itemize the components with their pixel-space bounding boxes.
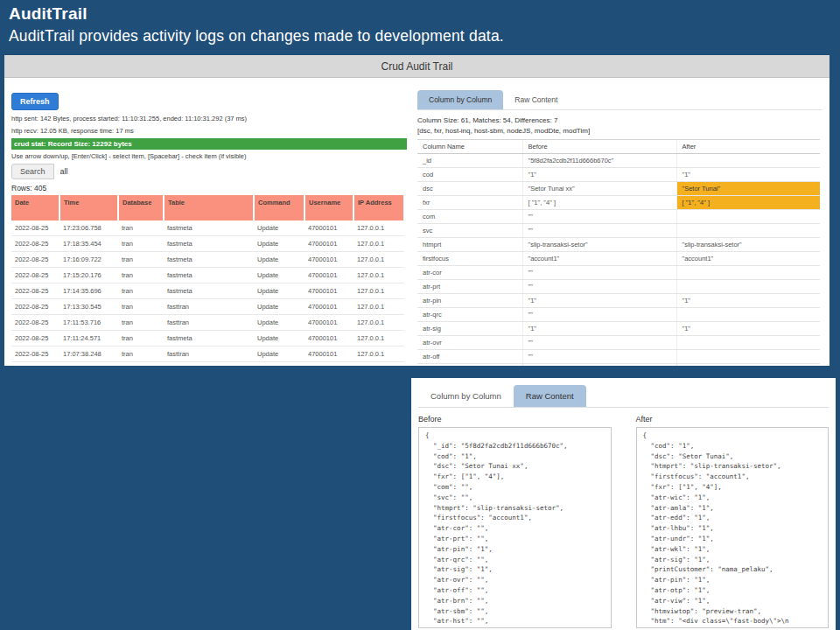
after-column: After { "cod": "1", "dsc": "Setor Tunai"… xyxy=(636,411,830,628)
compare-row: htmprt"slip-transaksi-setor""slip-transa… xyxy=(417,238,820,252)
raw-tabs: Column by Column Raw Content xyxy=(418,385,829,408)
column-header-username[interactable]: Username xyxy=(304,195,354,220)
slide-header: AuditTrail AuditTrail provides activity … xyxy=(9,4,504,46)
search-group: Search xyxy=(11,164,407,179)
window-body: Refresh http sent: 142 Bytes, process st… xyxy=(4,78,830,366)
before-label: Before xyxy=(418,415,612,424)
page-title: AuditTrail xyxy=(9,4,504,24)
rows-count: Rows: 405 xyxy=(11,184,407,192)
column-header-database[interactable]: Database xyxy=(118,195,164,220)
table-row[interactable]: 2022-08-2517:11:53.716tranfasttranUpdate… xyxy=(11,315,404,331)
compare-row: svc"" xyxy=(417,224,820,238)
refresh-button[interactable]: Refresh xyxy=(11,93,59,110)
compare-header-after: After xyxy=(676,140,820,154)
audit-table-body: 2022-08-2517:23:06.758tranfastmetaUpdate… xyxy=(11,220,404,366)
audit-table-header-row: Date Time Database Table Command Usernam… xyxy=(11,195,404,220)
tab-column-by-column-2[interactable]: Column by Column xyxy=(418,385,514,407)
column-header-ip[interactable]: IP Address xyxy=(354,195,404,220)
page-subtitle: AuditTrail provides activity logs on cha… xyxy=(9,27,504,46)
slide: AuditTrail AuditTrail provides activity … xyxy=(0,0,840,630)
before-code-box: { "_id": "5f8d2fa2cdb2f11d666b670c", "co… xyxy=(418,427,612,628)
table-row[interactable]: 2022-08-2517:14:35.696tranfastmetaUpdate… xyxy=(11,284,404,299)
search-input[interactable] xyxy=(54,164,168,179)
compare-row: atr-brn"" xyxy=(417,364,820,367)
compare-row: cod"1""1" xyxy=(417,168,820,182)
crud-audit-trail-window: Crud Audit Trail Refresh http sent: 142 … xyxy=(4,55,830,366)
before-column: Before { "_id": "5f8d2fa2cdb2f11d666b670… xyxy=(418,411,612,628)
compare-tabs: Column by Column Raw Content xyxy=(417,90,822,110)
table-row[interactable]: 2022-08-2517:11:24.571tranfastmetaUpdate… xyxy=(11,331,404,346)
compare-row: com"" xyxy=(417,210,820,224)
compare-row: atr-off"" xyxy=(417,350,820,364)
before-json: { "_id": "5f8d2fa2cdb2f11d666b670c", "co… xyxy=(425,430,605,628)
table-row[interactable]: 2022-08-2517:18:35.454tranfastmetaUpdate… xyxy=(11,236,404,252)
raw-columns: Before { "_id": "5f8d2fa2cdb2f11d666b670… xyxy=(418,411,829,628)
tab-raw-content[interactable]: Raw Content xyxy=(503,90,569,109)
compare-panel: Column by Column Raw Content Column Size… xyxy=(417,90,822,366)
column-header-command[interactable]: Command xyxy=(254,195,304,220)
search-button[interactable]: Search xyxy=(11,164,54,179)
table-row[interactable]: 2022-08-2413:29:09.884parauserbankUpdate… xyxy=(11,362,404,367)
compare-row: atr-pin"1""1" xyxy=(417,294,820,308)
audit-table: Date Time Database Table Command Usernam… xyxy=(11,195,405,366)
compare-row: fxr[ "1", "4" ][ "1", "4" ] xyxy=(417,196,820,210)
crud-stat-bar: crud stat: Record Size: 12292 bytes xyxy=(11,138,407,150)
table-row[interactable]: 2022-08-2517:23:06.758tranfastmetaUpdate… xyxy=(11,220,404,236)
compare-row: atr-ovr"" xyxy=(417,336,820,350)
raw-content-window: Column by Column Raw Content Before { "_… xyxy=(411,378,836,630)
column-header-date[interactable]: Date xyxy=(11,195,60,220)
after-label: After xyxy=(636,415,830,424)
compare-row: atr-prt"" xyxy=(417,280,820,294)
compare-row: dsc"Setor Tunai xx""Setor Tunai" xyxy=(417,182,820,196)
after-code-box: { "cod": "1", "dsc": "Setor Tunai", "htm… xyxy=(636,427,830,628)
compare-table-header-row: Column Name Before After xyxy=(417,140,820,154)
table-row[interactable]: 2022-08-2517:13:30.545tranfasttranUpdate… xyxy=(11,299,404,315)
table-row[interactable]: 2022-08-2517:16:09.722tranfastmetaUpdate… xyxy=(11,252,404,268)
window-title: Crud Audit Trail xyxy=(4,55,830,78)
http-sent-status: http sent: 142 Bytes, process started: 1… xyxy=(11,115,407,122)
table-row[interactable]: 2022-08-2517:15:20.176tranfastmetaUpdate… xyxy=(11,268,404,284)
diff-columns-list: [dsc, fxr, host-inq, host-sbm, nodeJS, m… xyxy=(417,127,822,135)
compare-row: atr-cor"" xyxy=(417,266,820,280)
compare-table: Column Name Before After _id"5f8d2fa2cdb… xyxy=(417,139,820,366)
compare-row: atr-qrc"" xyxy=(417,308,820,322)
compare-row: firstfocus"account1""account1" xyxy=(417,252,820,266)
compare-header-before: Before xyxy=(522,140,676,154)
keyboard-hint: Use arrow down/up, [Enter/Click] - selec… xyxy=(11,152,407,160)
after-json: { "cod": "1", "dsc": "Setor Tunai", "htm… xyxy=(643,430,822,628)
column-header-table[interactable]: Table xyxy=(164,195,254,220)
compare-summary: Column Size: 61, Matches: 54, Difference… xyxy=(417,116,822,124)
http-recv-status: http recv: 12.05 KB, response time: 17 m… xyxy=(11,127,407,135)
tab-raw-content-2[interactable]: Raw Content xyxy=(514,385,586,407)
compare-row: _id"5f8d2fa2cdb2f11d666b670c" xyxy=(417,154,820,168)
compare-row: atr-sig"1""1" xyxy=(417,322,820,336)
column-header-time[interactable]: Time xyxy=(60,195,118,220)
table-row[interactable]: 2022-08-2517:07:38.248tranfasttranUpdate… xyxy=(11,346,404,362)
compare-header-name: Column Name xyxy=(417,140,522,154)
audit-log-panel: Refresh http sent: 142 Bytes, process st… xyxy=(11,92,407,366)
compare-table-body: _id"5f8d2fa2cdb2f11d666b670c"cod"1""1"ds… xyxy=(417,154,820,367)
tab-column-by-column[interactable]: Column by Column xyxy=(417,90,503,109)
